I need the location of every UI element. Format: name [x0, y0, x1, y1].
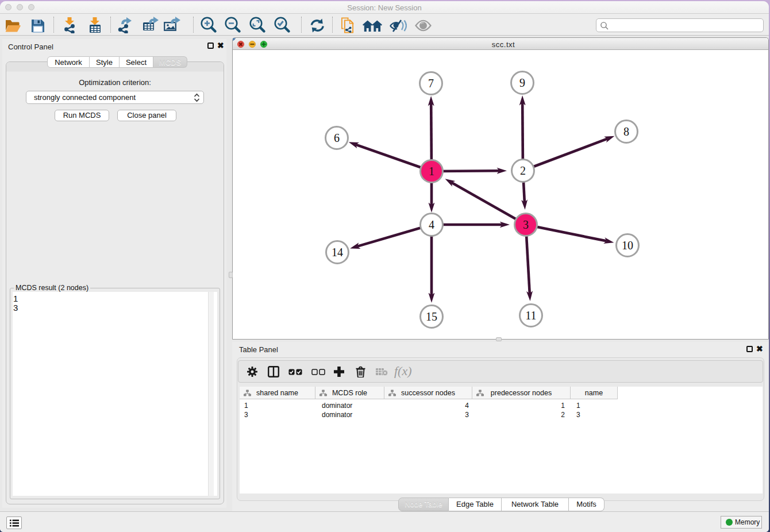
svg-text:1: 1	[429, 165, 434, 178]
svg-text:11: 11	[525, 309, 536, 322]
svg-text:9: 9	[519, 76, 525, 89]
svg-text:15: 15	[426, 310, 437, 323]
svg-text:7: 7	[428, 77, 434, 90]
svg-text:10: 10	[622, 239, 633, 252]
svg-text:8: 8	[623, 125, 629, 138]
svg-text:14: 14	[332, 246, 343, 259]
svg-text:3: 3	[523, 218, 529, 231]
svg-text:4: 4	[429, 218, 434, 231]
svg-text:6: 6	[334, 132, 340, 144]
svg-text:2: 2	[520, 164, 526, 177]
